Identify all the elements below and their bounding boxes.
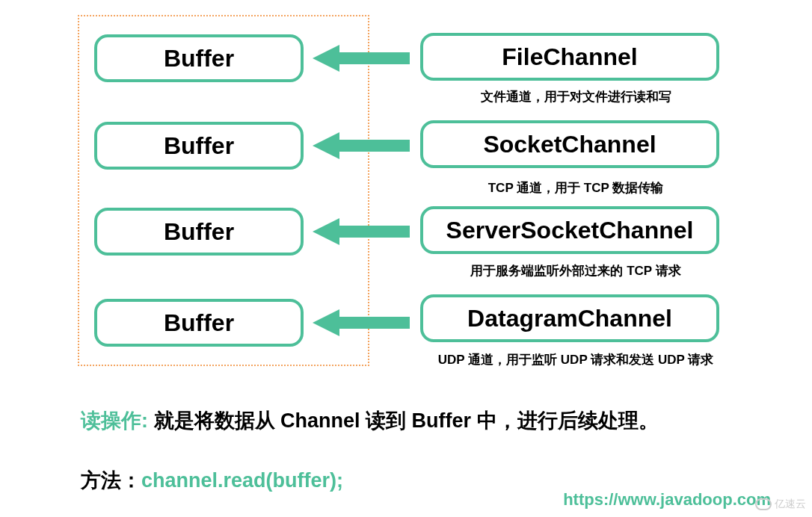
arrow-left-icon [313,43,410,73]
buffer-label: Buffer [164,218,234,246]
svg-marker-3 [313,309,410,336]
arrow-left-icon [313,217,410,247]
channel-box-datagramchannel: DatagramChannel [420,294,719,342]
channel-desc-filechannel: 文件通道，用于对文件进行读和写 [419,88,733,105]
buffer-box-1: Buffer [94,122,304,170]
arrow-left-icon [313,308,410,338]
channel-name: FileChannel [502,43,637,71]
svg-marker-0 [313,45,410,72]
read-operation-text: 读操作: 就是将数据从 Channel 读到 Buffer 中，进行后续处理。 [81,407,659,434]
channel-box-serversocketchannel: ServerSocketChannel [420,206,719,254]
channel-name: DatagramChannel [467,305,672,332]
channel-desc-socketchannel: TCP 通道，用于 TCP 数据传输 [419,179,733,196]
buffer-label: Buffer [164,309,234,337]
watermark: 亿速云 [755,498,806,511]
method-code: channel.read(buffer); [141,469,343,492]
source-url: https://www.javadoop.com [563,490,771,510]
channel-box-socketchannel: SocketChannel [420,120,719,168]
arrow-left-icon [313,131,410,161]
buffer-box-3: Buffer [94,299,304,347]
method-text: 方法：channel.read(buffer); [81,467,343,494]
channel-desc-datagramchannel: UDP 通道，用于监听 UDP 请求和发送 UDP 请求 [419,351,733,368]
channel-name: ServerSocketChannel [446,217,694,244]
buffer-label: Buffer [164,45,234,72]
watermark-text: 亿速云 [775,498,806,511]
channel-name: SocketChannel [483,131,656,158]
channel-box-filechannel: FileChannel [420,33,719,81]
svg-marker-2 [313,218,410,245]
svg-marker-1 [313,132,410,159]
read-op-label: 读操作: [81,409,148,432]
method-label: 方法： [81,469,141,492]
watermark-icon [755,498,772,510]
channel-desc-serversocketchannel: 用于服务端监听外部过来的 TCP 请求 [419,262,733,279]
buffer-box-2: Buffer [94,208,304,256]
read-op-body: 就是将数据从 Channel 读到 Buffer 中，进行后续处理。 [148,409,659,432]
buffer-box-0: Buffer [94,34,304,82]
buffer-label: Buffer [164,132,234,160]
